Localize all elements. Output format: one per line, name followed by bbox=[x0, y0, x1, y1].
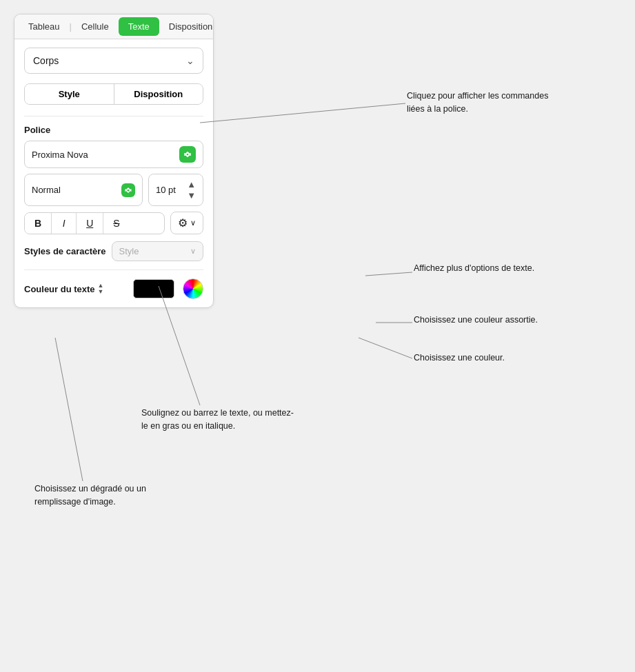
color-label-text: Couleur du texte bbox=[24, 284, 95, 294]
page: Tableau | Cellule Texte Disposition Corp… bbox=[0, 0, 635, 672]
format-bar: B I U S ⚙ ∨ bbox=[24, 212, 203, 234]
font-name-value: Proxima Nova bbox=[32, 150, 179, 160]
svg-line-0 bbox=[200, 103, 405, 123]
italic-button[interactable]: I bbox=[52, 213, 77, 234]
font-size-stepper[interactable]: ▲ ▼ bbox=[187, 179, 196, 201]
strikethrough-button[interactable]: S bbox=[103, 213, 129, 234]
char-style-placeholder: Style bbox=[119, 246, 139, 256]
chevron-down-icon: ⌄ bbox=[186, 55, 194, 66]
style-dropdown-value: Corps bbox=[33, 55, 59, 66]
annotation-gradient: Choisissez un dégradé ou un remplissage … bbox=[34, 482, 193, 509]
style-dropdown[interactable]: Corps ⌄ bbox=[24, 48, 203, 74]
underline-button[interactable]: U bbox=[77, 213, 103, 234]
tab-cellule[interactable]: Cellule bbox=[73, 14, 117, 39]
tab-disposition[interactable]: Disposition bbox=[161, 14, 214, 39]
panel-content: Corps ⌄ Style Disposition Police Proxima… bbox=[14, 39, 213, 307]
tab-tableau[interactable]: Tableau bbox=[20, 14, 68, 39]
char-style-row: Styles de caractère Style ∨ bbox=[24, 241, 203, 261]
tab-bar: Tableau | Cellule Texte Disposition bbox=[14, 14, 213, 39]
font-stepper-icon[interactable] bbox=[179, 146, 196, 163]
seg-disposition-button[interactable]: Disposition bbox=[114, 84, 203, 104]
annotation-choose-color: Choisissez une couleur. bbox=[414, 352, 505, 365]
tab-separator-1: | bbox=[70, 21, 72, 32]
annotation-more-options: Affichez plus d'options de texte. bbox=[414, 262, 534, 275]
char-style-chevron-icon: ∨ bbox=[190, 247, 196, 256]
seg-style-button[interactable]: Style bbox=[25, 84, 114, 104]
annotation-underline-bold: Soulignez ou barrez le texte, ou mettez-… bbox=[141, 407, 300, 433]
color-row: Couleur du texte ▲ ▼ bbox=[24, 278, 203, 299]
tab-texte[interactable]: Texte bbox=[119, 17, 159, 36]
divider-2 bbox=[24, 269, 203, 270]
font-size-value: 10 pt bbox=[156, 185, 176, 195]
police-section-label: Police bbox=[24, 125, 203, 135]
annotation-color-assortie: Choisissez une couleur assortie. bbox=[414, 314, 538, 327]
format-buttons-group: B I U S bbox=[24, 212, 165, 234]
bold-button[interactable]: B bbox=[25, 213, 52, 234]
gear-options-button[interactable]: ⚙ ∨ bbox=[170, 212, 203, 234]
svg-line-5 bbox=[55, 338, 83, 481]
svg-line-3 bbox=[359, 338, 412, 358]
font-style-value: Normal bbox=[32, 185, 61, 195]
annotation-font-commands: Cliquez pour afficher les commandes liée… bbox=[407, 90, 565, 116]
color-wheel-button[interactable] bbox=[183, 278, 203, 299]
gear-chevron-icon: ∨ bbox=[190, 218, 196, 227]
font-style-size-row: Normal 10 pt ▲ ▼ bbox=[24, 174, 203, 206]
char-style-label: Styles de caractère bbox=[24, 246, 106, 256]
font-style-stepper[interactable] bbox=[121, 183, 135, 197]
color-stepper-icon[interactable]: ▲ ▼ bbox=[98, 283, 104, 295]
svg-line-1 bbox=[365, 272, 412, 276]
panel: Tableau | Cellule Texte Disposition Corp… bbox=[14, 14, 214, 308]
char-style-dropdown[interactable]: Style ∨ bbox=[112, 241, 203, 261]
color-swatch[interactable] bbox=[133, 279, 174, 298]
color-label: Couleur du texte ▲ ▼ bbox=[24, 283, 104, 295]
divider-1 bbox=[24, 116, 203, 116]
gear-icon: ⚙ bbox=[178, 216, 188, 230]
font-size-input[interactable]: 10 pt ▲ ▼ bbox=[148, 174, 203, 206]
segmented-control: Style Disposition bbox=[24, 83, 203, 105]
font-style-dropdown[interactable]: Normal bbox=[24, 174, 143, 206]
font-name-row[interactable]: Proxima Nova bbox=[24, 141, 203, 168]
